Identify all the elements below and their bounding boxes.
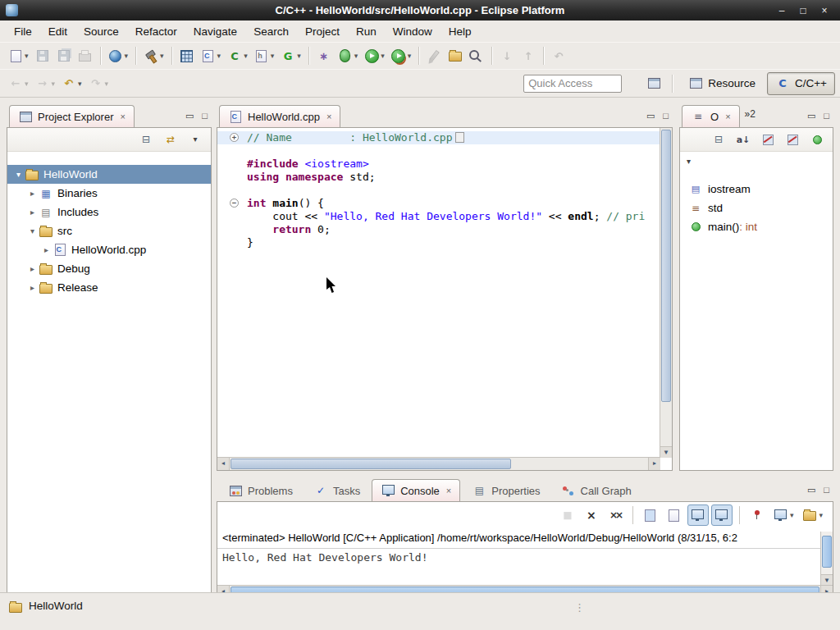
terminal-button[interactable]: ▾ <box>105 45 132 66</box>
show-stdout-button[interactable] <box>687 504 709 526</box>
hide-fields-button[interactable] <box>757 129 778 150</box>
code-line[interactable] <box>217 144 660 158</box>
dropdown-arrow-icon[interactable]: ▾ <box>160 52 164 60</box>
previous-annotation-button[interactable]: ↑ <box>518 45 539 66</box>
menu-source[interactable]: Source <box>76 23 126 40</box>
tab-properties[interactable]: ▤Properties <box>463 479 549 501</box>
close-tab-icon[interactable]: × <box>326 112 331 121</box>
sort-button[interactable]: a↓ <box>733 129 754 150</box>
quick-access-input[interactable] <box>523 75 622 93</box>
tree-item-includes[interactable]: ▸▤Includes <box>7 203 211 221</box>
outline-item-main[interactable]: main() : int <box>680 217 833 236</box>
minimize-view-icon[interactable]: ▭ <box>807 485 815 495</box>
expand-arrow-icon[interactable]: ▸ <box>26 264 39 273</box>
menu-window[interactable]: Window <box>386 23 440 40</box>
display-selected-console-button[interactable]: ▾ <box>770 504 797 526</box>
pin-console-button[interactable] <box>746 504 768 526</box>
export-log-button[interactable] <box>640 504 661 526</box>
menu-refactor[interactable]: Refactor <box>128 23 185 40</box>
code-line[interactable] <box>217 184 660 197</box>
profile-button[interactable]: ▾ <box>388 45 415 66</box>
scroll-down-icon[interactable]: ▼ <box>660 446 672 458</box>
dropdown-arrow-icon[interactable]: ▾ <box>819 511 823 519</box>
tree-item-binaries[interactable]: ▸▦Binaries <box>7 184 211 203</box>
menu-search[interactable]: Search <box>246 23 296 40</box>
menu-file[interactable]: File <box>7 23 39 40</box>
scrollbar-thumb[interactable] <box>822 536 832 567</box>
dropdown-arrow-icon[interactable]: ▾ <box>78 80 82 88</box>
maximize-view-icon[interactable]: □ <box>824 111 829 121</box>
back-history-button[interactable]: ←▾ <box>5 73 32 94</box>
dropdown-arrow-icon[interactable]: ▾ <box>217 52 221 60</box>
folded-region-box[interactable] <box>455 132 464 143</box>
code-line[interactable]: cout << "Hello, Red Hat Developers World… <box>217 210 660 223</box>
view-menu-button[interactable]: ▾ <box>185 129 206 150</box>
dropdown-arrow-icon[interactable]: ▾ <box>790 511 794 519</box>
outline-item-std[interactable]: ≡std <box>680 199 833 217</box>
code-line[interactable]: #include <iostream> <box>217 158 660 171</box>
collapse-all-button[interactable]: ⊟ <box>708 129 729 150</box>
back-button[interactable]: ↶▾ <box>58 73 85 94</box>
tab-console[interactable]: Console× <box>372 479 460 501</box>
search-button[interactable] <box>466 45 487 66</box>
expand-arrow-icon[interactable]: ▸ <box>26 208 39 217</box>
dropdown-arrow-icon[interactable]: ▾ <box>244 52 248 60</box>
expand-arrow-icon[interactable]: ▾ <box>12 170 25 179</box>
close-tab-icon[interactable]: × <box>120 112 125 121</box>
maximize-view-icon[interactable]: □ <box>202 111 208 121</box>
make-targets-button[interactable]: G▾ <box>277 45 304 66</box>
debug-config-button[interactable]: ∗ <box>313 45 335 66</box>
tree-item-src[interactable]: ▾src <box>7 221 211 240</box>
save-all-button[interactable] <box>53 45 75 66</box>
dropdown-arrow-icon[interactable]: ▾ <box>25 80 29 88</box>
scroll-right-icon[interactable]: ▸ <box>648 458 660 470</box>
show-stderr-button[interactable] <box>711 504 733 526</box>
tab-tasks[interactable]: ✓Tasks <box>304 479 369 501</box>
tree-item-release[interactable]: ▸Release <box>7 278 211 297</box>
forward-button[interactable]: ↷▾ <box>85 73 112 94</box>
new-class-button[interactable]: C▾ <box>224 45 251 66</box>
remove-all-launches-button[interactable]: ×× <box>605 504 626 526</box>
clear-console-button[interactable] <box>664 504 685 526</box>
menu-edit[interactable]: Edit <box>41 23 75 40</box>
build-button[interactable]: ▾ <box>140 45 167 66</box>
close-tab-icon[interactable]: × <box>446 486 451 495</box>
menu-navigate[interactable]: Navigate <box>186 23 244 40</box>
forward-history-button[interactable]: →▾ <box>32 73 59 94</box>
code-line[interactable]: +// Name : HelloWorld.cpp <box>217 131 660 144</box>
maximize-window-icon[interactable]: □ <box>794 3 812 17</box>
hide-non-public-members-button[interactable] <box>806 129 828 150</box>
code-line[interactable]: using namespace std; <box>217 171 660 184</box>
fold-plus-icon[interactable]: + <box>230 133 239 142</box>
editor-code[interactable]: +// Name : HelloWorld.cpp#include <iostr… <box>217 128 660 458</box>
close-tab-icon[interactable]: × <box>725 112 730 121</box>
scroll-down-icon[interactable]: ▼ <box>821 574 833 586</box>
minimize-window-icon[interactable]: – <box>773 3 791 17</box>
minimize-view-icon[interactable]: ▭ <box>807 111 815 121</box>
close-window-icon[interactable]: × <box>815 3 833 17</box>
expand-arrow-icon[interactable]: ▾ <box>26 226 39 235</box>
editor-vertical-scrollbar[interactable]: ▼ <box>660 128 672 458</box>
perspective-cpp-button[interactable]: C C/C++ <box>767 72 835 95</box>
expand-arrow-icon[interactable]: ▸ <box>40 245 52 254</box>
tab-problems[interactable]: Problems <box>219 479 302 501</box>
dropdown-arrow-icon[interactable]: ▾ <box>271 52 275 60</box>
open-console-button[interactable]: ▾ <box>799 504 826 526</box>
dropdown-arrow-icon[interactable]: ▾ <box>297 52 301 60</box>
dropdown-arrow-icon[interactable]: ▾ <box>25 52 29 60</box>
tab-outline[interactable]: ≡ O × <box>682 105 740 127</box>
view-menu-icon[interactable]: ▾ <box>687 157 691 166</box>
menu-project[interactable]: Project <box>298 23 347 40</box>
expand-arrow-icon[interactable]: ▸ <box>26 283 39 292</box>
index-view-button[interactable] <box>176 45 198 66</box>
debug-button[interactable]: ▾ <box>335 45 362 66</box>
mark-occurrences-button[interactable] <box>423 45 445 66</box>
dropdown-arrow-icon[interactable]: ▾ <box>125 52 129 60</box>
scrollbar-thumb[interactable] <box>231 459 511 469</box>
collapse-all-button[interactable]: ⊟ <box>135 129 157 150</box>
link-with-editor-button[interactable]: ⇄ <box>160 129 181 150</box>
console-vertical-scrollbar[interactable]: ▼ <box>820 532 833 586</box>
remove-launch-button[interactable]: × <box>581 504 602 526</box>
menu-help[interactable]: Help <box>441 23 479 40</box>
code-line[interactable]: −int main() { <box>217 197 660 210</box>
